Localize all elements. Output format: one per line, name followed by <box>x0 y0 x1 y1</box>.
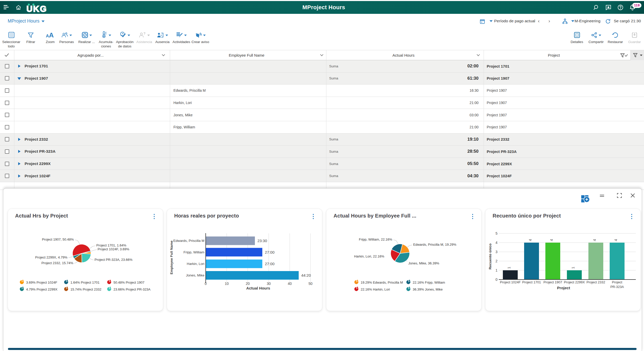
svg-text:2: 2 <box>495 259 497 263</box>
svg-text:Project 2332: Project 2332 <box>587 280 605 284</box>
svg-text:PR-323A: PR-323A <box>610 285 624 289</box>
svg-text:3: 3 <box>495 250 497 254</box>
svg-text:44:20: 44:20 <box>301 273 311 277</box>
svg-text:50: 50 <box>308 282 313 286</box>
svg-text:4: 4 <box>549 239 554 241</box>
svg-text:Employee Full Name: Employee Full Name <box>170 240 173 274</box>
svg-text:5: 5 <box>495 231 497 235</box>
svg-text:A: A <box>49 31 54 38</box>
svg-text:Jones, Mike: Jones, Mike <box>186 273 204 277</box>
svg-text:Project: Project <box>612 280 622 284</box>
svg-text:4: 4 <box>495 241 497 245</box>
svg-text:Project 1024F: Project 1024F <box>500 280 521 284</box>
svg-text:Project 2299X: Project 2299X <box>564 280 585 284</box>
svg-text:Recuento único: Recuento único <box>488 243 492 269</box>
svg-text:0: 0 <box>205 282 207 286</box>
svg-text:Edwards, Priscilla M: Edwards, Priscilla M <box>173 239 204 243</box>
svg-text:20: 20 <box>246 282 250 286</box>
svg-text:1: 1 <box>571 267 575 269</box>
svg-text:27:00: 27:00 <box>265 250 275 254</box>
svg-text:1: 1 <box>495 268 497 272</box>
svg-text:Harkin, Lori: Harkin, Lori <box>187 262 204 266</box>
svg-text:10: 10 <box>225 282 229 286</box>
svg-text:4: 4 <box>592 239 597 241</box>
svg-text:4: 4 <box>614 239 618 241</box>
svg-text:1: 1 <box>507 267 511 269</box>
svg-text:Project: Project <box>557 286 570 290</box>
svg-text:Fripp, William: Fripp, William <box>183 250 204 254</box>
svg-text:Actual Hours: Actual Hours <box>246 286 270 290</box>
svg-text:Project 1701: Project 1701 <box>522 280 541 284</box>
svg-text:30: 30 <box>267 282 271 286</box>
svg-text:27:00: 27:00 <box>265 262 275 266</box>
svg-text:0: 0 <box>495 277 497 282</box>
svg-text:23:30: 23:30 <box>257 239 267 243</box>
svg-text:4: 4 <box>528 239 532 241</box>
svg-text:A: A <box>46 34 49 38</box>
svg-text:Project 1907: Project 1907 <box>544 280 562 284</box>
svg-text:40: 40 <box>288 282 292 286</box>
svg-text:?: ? <box>143 32 146 35</box>
